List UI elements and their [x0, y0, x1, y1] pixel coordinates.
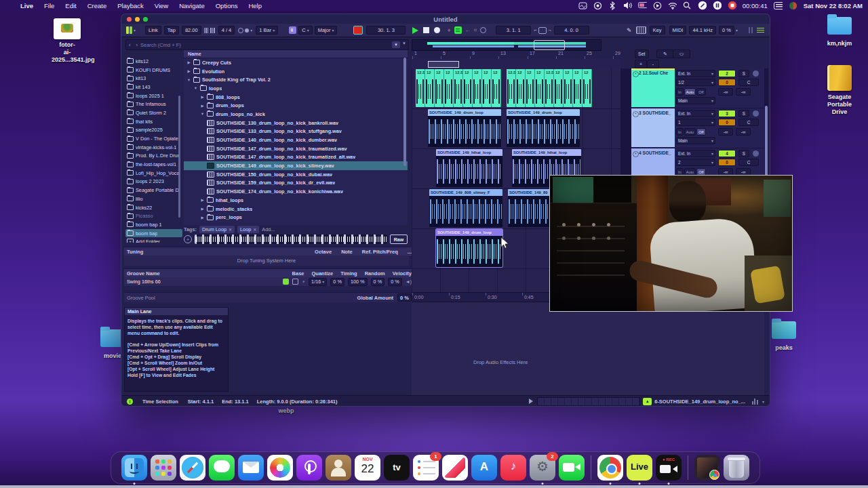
input-channel-menu[interactable]: 1▾	[676, 119, 715, 126]
sidebar-item-picasso[interactable]: Picasso	[125, 211, 182, 220]
tempo-field[interactable]: 82.00	[182, 26, 201, 35]
tree-arrow-icon[interactable]: ▶	[200, 216, 205, 220]
info-icon[interactable]: i	[127, 399, 133, 405]
solo-button[interactable]: S	[738, 70, 749, 77]
sidebar-item-quiet-storm-2[interactable]: Quiet Storm 2	[125, 108, 182, 117]
audio-clip[interactable]: 12	[554, 69, 564, 107]
sidebar-item-the-lost-tapes-vol1[interactable]: the-lost-tapes-vol1	[125, 160, 182, 169]
scale-menu[interactable]: Major▾	[315, 26, 338, 35]
track-lane-2[interactable]: 12.Soul C12121212.Sou1212121212.Soul C12…	[412, 68, 620, 109]
tree-folder-3[interactable]: ▼loops	[184, 84, 408, 93]
link-button[interactable]: Link	[145, 26, 161, 35]
audio-clip[interactable]: 12.Soul C	[507, 69, 516, 107]
audio-clip[interactable]: 12	[492, 69, 501, 107]
menubar-clock[interactable]: Sat Nov 22 8:02 AM	[804, 2, 863, 9]
desktop-icon-km-folder[interactable]: km,nkjm	[823, 17, 856, 47]
keyboard-icon[interactable]	[774, 1, 783, 10]
groove-timing-value[interactable]: 100 %	[348, 278, 368, 286]
monitor-off[interactable]: Off	[696, 88, 705, 96]
groove-quantize-value[interactable]: 0 %	[330, 278, 344, 286]
tree-file-9[interactable]: SOUTHSIDE_140_drum_loop_no_kick_dumber.w…	[184, 136, 408, 144]
loop-length-field[interactable]: 4. 0. 0	[554, 26, 589, 35]
punch-icon[interactable]	[480, 27, 486, 33]
tree-file-15[interactable]: SOUTHSIDE_174_drum_loop_no_kick_konichiw…	[184, 187, 408, 196]
menu-live[interactable]: Live	[15, 2, 39, 9]
audio-clip[interactable]: 12	[425, 69, 435, 107]
tuning-drop-zone[interactable]: Drop Tuning System Here	[124, 256, 409, 266]
solo-button[interactable]: S	[738, 110, 749, 117]
arm-button[interactable]	[753, 70, 759, 77]
pan-box[interactable]: C	[738, 119, 759, 126]
audio-clip[interactable]: SOUTHSIDE_149_drum_loop	[507, 109, 580, 147]
audio-clip-selected[interactable]: SOUTHSIDE_149_drum_loop	[436, 229, 502, 267]
menu-playback[interactable]: Playback	[112, 2, 149, 9]
tag-remove-icon[interactable]: ✕	[229, 227, 232, 232]
gain-box[interactable]: 0	[718, 79, 736, 86]
tree-folder-6[interactable]: ▼drum_loops_no_kick	[184, 110, 408, 119]
track-title-chip[interactable]: ▾3 SOUTHSIDE_	[631, 108, 675, 147]
audio-clip[interactable]: 12	[526, 69, 535, 107]
add-folder-button[interactable]: +Add Folder...	[125, 237, 182, 243]
set-locator-button[interactable]: Set	[635, 49, 649, 58]
loop-brace[interactable]	[428, 61, 459, 68]
desktop-icon-webp-label[interactable]: webp	[271, 407, 301, 415]
play-button[interactable]	[412, 27, 418, 34]
tree-folder-2[interactable]: ▼Southside King of Trap Vol. 2	[184, 75, 408, 84]
tree-file-14[interactable]: SOUTHSIDE_159_drum_loop_no_kick_dr_evil.…	[184, 179, 408, 188]
ableton-logo-icon[interactable]	[126, 26, 132, 34]
dock-safari[interactable]	[180, 455, 205, 481]
tree-arrow-icon[interactable]: ▶	[200, 198, 205, 202]
track-lane-3[interactable]: SOUTHSIDE_149_drum_loopSOUTHSIDE_149_dru…	[412, 108, 620, 149]
bluetooth-icon[interactable]	[608, 1, 617, 10]
computer-midi-keyboard-icon[interactable]	[636, 26, 646, 34]
browser-forward-icon[interactable]: ›	[134, 42, 141, 48]
tree-folder-16[interactable]: ▶hihat_loops	[184, 196, 408, 205]
tree-folder-1[interactable]: ▶Evolution	[184, 67, 408, 76]
time-signature-field[interactable]: 4 / 4	[218, 26, 235, 35]
quantize-menu[interactable]: 1 Bar▾	[256, 26, 278, 35]
pan-box[interactable]: C	[738, 79, 759, 86]
groove-pad-icon[interactable]	[283, 279, 289, 285]
device-drop-area[interactable]: Drop Audio Effects Here	[412, 302, 764, 396]
tree-folder-0[interactable]: ▶Creepy Cuts	[184, 58, 408, 67]
sidebar-item-lofi-hip-hop-voca[interactable]: Lofi_Hip_Hop_Voca	[125, 169, 182, 178]
tree-file-10[interactable]: SOUTHSIDE_147_drum_loop_no_kick_traumati…	[184, 144, 408, 153]
cpu-meter[interactable]: 0 %	[719, 26, 734, 35]
metronome-caret-icon[interactable]: ▾	[250, 28, 252, 33]
sidebar-item-boom-bap[interactable]: boom bap	[125, 229, 182, 238]
output-routing-menu[interactable]: Main▾	[676, 97, 715, 104]
track-title-chip[interactable]: ▾2 12.Soul Che	[631, 68, 675, 107]
dock-calendar[interactable]: NOV22	[355, 455, 380, 481]
stop-button[interactable]	[423, 27, 429, 33]
track-header-3[interactable]: ▾3 SOUTHSIDE_Ext. In▾1▾InAutoOffMain▾3S0…	[631, 108, 764, 148]
browser-back-icon[interactable]: ‹	[126, 42, 134, 48]
audio-clip[interactable]: 12	[473, 69, 482, 107]
clip-launch-icon[interactable]: ▲	[643, 398, 652, 405]
key-root-menu[interactable]: C▾	[298, 26, 312, 35]
metronome-icon[interactable]	[238, 28, 249, 33]
current-clip-name[interactable]: 6-SOUTHSIDE_149_drum_loop_no_...	[654, 399, 745, 405]
tree-folder-5[interactable]: ▶drum_loops	[184, 101, 408, 110]
volume-icon[interactable]	[623, 1, 632, 10]
audio-clip[interactable]: 12	[482, 69, 492, 107]
tree-arrow-icon[interactable]: ▼	[200, 112, 205, 116]
arm-button[interactable]	[753, 150, 759, 157]
search-icon[interactable]	[683, 1, 692, 10]
audio-clip[interactable]: 12	[535, 69, 545, 107]
lock-envelopes-icon[interactable]: ⬭	[673, 49, 690, 58]
tree-arrow-icon[interactable]: ▶	[200, 95, 205, 99]
midi-arrangement-overdub-icon[interactable]	[454, 26, 462, 34]
dock-facetime[interactable]	[559, 455, 585, 481]
menu-help[interactable]: Help	[243, 2, 267, 9]
cpu-caret-icon[interactable]: ▾	[736, 28, 738, 33]
play-circle-icon[interactable]	[653, 1, 662, 10]
screen-color-icon[interactable]	[789, 1, 797, 10]
dock-chrome[interactable]	[597, 455, 623, 481]
dock-photos[interactable]	[267, 455, 293, 481]
dock-finder[interactable]	[121, 455, 147, 481]
tree-folder-17[interactable]: ▶melodic_stacks	[184, 205, 408, 214]
dock-appstore[interactable]: A	[471, 455, 497, 481]
tree-arrow-icon[interactable]: ▶	[200, 104, 205, 108]
loop-selection-icon[interactable]: ⌗	[474, 27, 477, 34]
capture-icon[interactable]	[593, 1, 602, 10]
